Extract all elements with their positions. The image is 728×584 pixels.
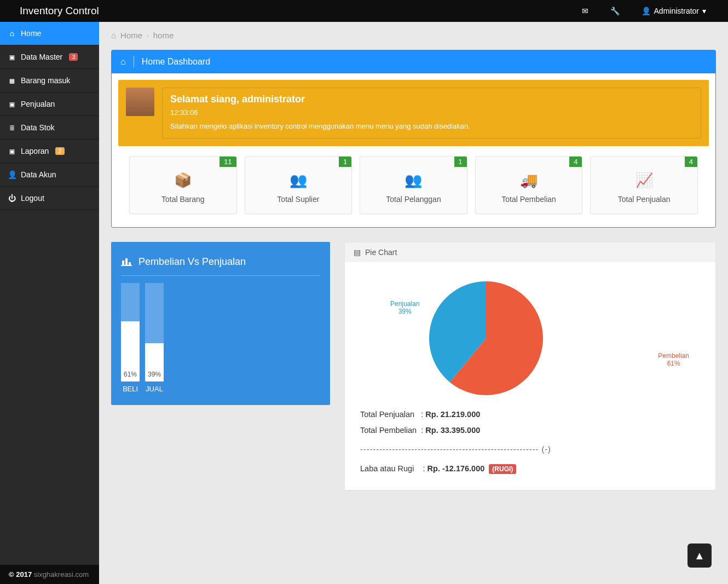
user-icon: 👤 (8, 170, 16, 179)
home-icon: ⌂ (8, 29, 16, 38)
stat-label: Total Pembelian (480, 195, 578, 204)
sidebar: ⌂ Home ▣ Data Master 3 ▦ Barang masuk ▣ … (0, 22, 99, 584)
back-to-top-button[interactable]: ▲ (687, 543, 712, 568)
chevron-down-icon: ▾ (702, 7, 706, 15)
avatar (126, 88, 154, 116)
stat-label: Total Pelanggan (365, 195, 463, 204)
sidebar-item-label: Data Master (21, 53, 62, 61)
sidebar-item-data-stok[interactable]: ≣ Data Stok (0, 116, 99, 140)
bar-value: 39% (145, 371, 164, 378)
total-penjualan-value: Rp. 21.219.000 (425, 410, 480, 419)
topbar: Inventory Control ✉ 🔧 👤 Administrator ▾ (0, 0, 728, 22)
stack-icon: ≣ (8, 123, 16, 132)
user-name: Administrator (654, 7, 699, 15)
totals: Total Penjualan : Rp. 21.219.000 Total P… (360, 407, 700, 477)
stat-count: 1 (454, 157, 467, 167)
divider (134, 56, 134, 68)
stat-card[interactable]: 4 📈 Total Penjualan (590, 156, 698, 214)
sidebar-item-label: Home (21, 29, 41, 38)
badge: 3 (69, 53, 78, 61)
total-penjualan-label: Total Penjualan (360, 410, 414, 419)
chevron-right-icon: › (147, 32, 149, 39)
footer-by: sixghakreasi.com (34, 570, 89, 579)
pie-chart: Pembelian61%Penjualan39% (360, 275, 700, 407)
bar-label: BELI (123, 385, 138, 393)
welcome-message: Silahkan mengelo aplikasi inventory cont… (170, 122, 693, 130)
truck-icon: 🚚 (480, 173, 578, 187)
stat-card[interactable]: 1 👥 Total Pelanggan (360, 156, 467, 214)
bar-chart-card: Pembelian Vs Penjualan 61%BELI39%JUAL (111, 242, 330, 405)
sidebar-item-home[interactable]: ⌂ Home (0, 22, 99, 45)
calendar-icon: ▦ (8, 76, 16, 85)
chart-icon: ▣ (8, 147, 16, 155)
sidebar-item-data-master[interactable]: ▣ Data Master 3 (0, 45, 99, 69)
svg-rect-3 (129, 262, 131, 265)
svg-rect-2 (125, 258, 128, 265)
sidebar-item-data-akun[interactable]: 👤 Data Akun (0, 163, 99, 187)
stats-row: 11 📦 Total Barang 1 👥 Total Suplier 1 👥 … (118, 156, 709, 221)
home-icon: ⌂ (120, 57, 126, 67)
footer: © 2017 sixghakreasi.com (0, 565, 99, 584)
bar-chart-title: Pembelian Vs Penjualan (138, 256, 246, 268)
user-menu[interactable]: 👤 Administrator ▾ (642, 7, 706, 15)
stat-label: Total Suplier (250, 195, 348, 204)
total-pembelian-value: Rp. 33.395.000 (425, 426, 480, 435)
pie-label-pembelian: Pembelian61% (658, 352, 689, 367)
stat-card[interactable]: 11 📦 Total Barang (129, 156, 237, 214)
bar-chart: 61%BELI39%JUAL (121, 289, 320, 393)
breadcrumb: ⌂ Home › home (111, 31, 716, 40)
bar-label: JUAL (146, 385, 163, 393)
stat-card[interactable]: 4 🚚 Total Pembelian (475, 156, 583, 214)
bar-value: 61% (121, 371, 140, 378)
bar-chart-icon (121, 257, 132, 267)
sidebar-item-barang-masuk[interactable]: ▦ Barang masuk (0, 69, 99, 92)
dashboard-panel: ⌂ Home Dashboard Selamat siang, administ… (111, 50, 716, 228)
wrench-icon[interactable]: 🔧 (610, 7, 620, 15)
stat-card[interactable]: 1 👥 Total Suplier (245, 156, 353, 214)
stat-count: 4 (569, 157, 582, 167)
users-icon: 👥 (250, 173, 348, 187)
welcome-banner: Selamat siang, administrator 12:33:06 Si… (118, 80, 709, 146)
sidebar-item-label: Logout (21, 194, 44, 203)
chart-icon: ▣ (8, 53, 16, 61)
stat-count: 1 (339, 157, 351, 167)
welcome-greeting: Selamat siang, administrator (170, 94, 693, 105)
main: ⌂ Home › home ⌂ Home Dashboard Selamat s… (99, 22, 728, 584)
sidebar-item-label: Laporan (21, 147, 49, 155)
users-icon: 👥 (365, 173, 463, 187)
panel-title: Home Dashboard (142, 57, 210, 67)
sidebar-item-label: Data Akun (21, 170, 56, 179)
chart-icon: ▣ (8, 100, 16, 108)
breadcrumb-leaf: home (153, 31, 174, 40)
sidebar-item-laporan[interactable]: ▣ Laporan 2 (0, 140, 99, 163)
sidebar-item-penjualan[interactable]: ▣ Penjualan (0, 92, 99, 116)
sidebar-item-label: Barang masuk (21, 76, 70, 85)
laba-rugi-label: Laba atau Rugi (360, 464, 414, 473)
svg-rect-0 (121, 265, 132, 266)
sidebar-item-label: Penjualan (21, 100, 55, 108)
pie-chart-title: Pie Chart (365, 248, 397, 257)
svg-rect-1 (122, 261, 124, 265)
home-icon: ⌂ (111, 31, 116, 40)
user-icon: 👤 (642, 7, 651, 15)
pie-label-penjualan: Penjualan39% (390, 300, 419, 315)
box-icon: 📦 (134, 173, 232, 187)
power-icon: ⏻ (8, 194, 16, 203)
welcome-time: 12:33:06 (170, 108, 693, 117)
sidebar-item-label: Data Stok (21, 123, 54, 132)
panel-header: ⌂ Home Dashboard (112, 50, 715, 73)
laba-rugi-value: Rp. -12.176.000 (427, 464, 485, 473)
stat-count: 4 (685, 157, 697, 167)
footer-year: © 2017 (9, 570, 32, 579)
divider-line: ----------------------------------------… (360, 442, 700, 458)
list-icon: ▤ (354, 248, 361, 257)
app-brand: Inventory Control (11, 5, 582, 17)
chart-up-icon: 📈 (595, 173, 693, 187)
breadcrumb-root[interactable]: Home (120, 31, 142, 40)
sidebar-item-logout[interactable]: ⏻ Logout (0, 187, 99, 210)
stat-label: Total Penjualan (595, 195, 693, 204)
stat-label: Total Barang (134, 195, 232, 204)
mail-icon[interactable]: ✉ (582, 7, 588, 15)
stat-count: 11 (219, 157, 236, 167)
badge: 2 (55, 147, 64, 155)
